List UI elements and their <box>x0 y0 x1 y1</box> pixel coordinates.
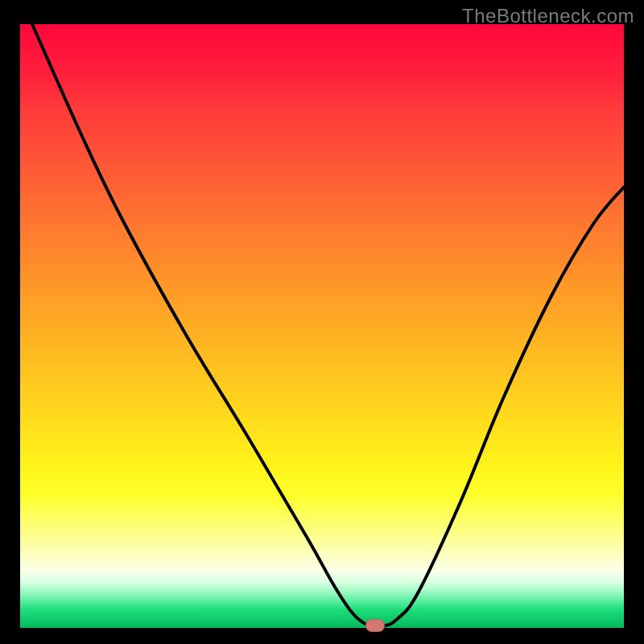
optimal-point-marker <box>365 619 385 632</box>
chart-frame: TheBottleneck.com <box>0 0 644 644</box>
plot-area <box>20 24 624 628</box>
bottleneck-curve <box>20 24 624 628</box>
